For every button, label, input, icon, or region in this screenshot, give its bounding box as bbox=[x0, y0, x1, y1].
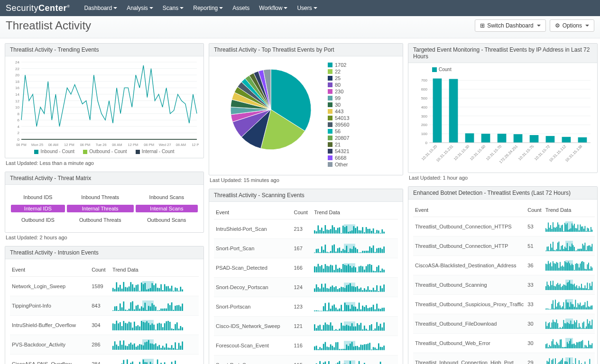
svg-rect-148 bbox=[160, 324, 162, 330]
table-row[interactable]: CiscoASA-Blacklisted_Destination_Address… bbox=[413, 256, 595, 275]
svg-text:20: 20 bbox=[15, 73, 19, 77]
pie-legend-item[interactable]: 25 bbox=[328, 75, 350, 81]
table-row[interactable]: Threatlist_Outbound_Connection_HTTP51 bbox=[413, 237, 595, 256]
svg-rect-260 bbox=[342, 226, 344, 234]
svg-text:10.31.15.70: 10.31.15.70 bbox=[485, 144, 503, 162]
pie-legend-item[interactable]: 99 bbox=[328, 95, 350, 101]
table-row[interactable]: Threatlist_Outbound_Suspicious_Proxy_Tra… bbox=[413, 295, 595, 314]
svg-text:Mon 25: Mon 25 bbox=[31, 143, 43, 147]
matrix-cell[interactable]: Internal Scans bbox=[135, 203, 199, 214]
table-row[interactable]: IntruShield-Buffer_Overflow304 bbox=[10, 316, 199, 335]
event-name: IntruShield-Buffer_Overflow bbox=[10, 316, 90, 335]
svg-rect-749 bbox=[565, 248, 566, 252]
event-count: 123 bbox=[292, 297, 312, 317]
matrix-cell[interactable]: Outbound Threats bbox=[66, 214, 135, 226]
pie-legend-item[interactable]: 22 bbox=[328, 69, 350, 74]
table-row[interactable]: Threatlist_Outbound_Web_Error30 bbox=[413, 334, 595, 353]
ip-bar-chart[interactable]: 010020030040050060070010.31.15.2010.31.1… bbox=[413, 74, 592, 169]
trending-chart[interactable]: 02468101214161820222406 PMMon 2506 AM12 … bbox=[10, 60, 199, 148]
pie-legend-item[interactable]: 21 bbox=[328, 142, 350, 147]
table-row[interactable]: Snort-Decoy_Portscan124 bbox=[214, 278, 398, 297]
svg-rect-842 bbox=[579, 286, 580, 291]
svg-rect-737 bbox=[551, 248, 552, 252]
svg-rect-107 bbox=[160, 309, 162, 311]
matrix-cell[interactable]: Inbound IDS bbox=[10, 191, 66, 203]
table-row[interactable]: Threatlist_Inbound_Connection_High_Port2… bbox=[413, 353, 595, 364]
svg-text:0: 0 bbox=[425, 141, 428, 145]
svg-rect-791 bbox=[567, 263, 568, 271]
pie-legend-item[interactable]: 54013 bbox=[328, 115, 350, 121]
nav-scans[interactable]: Scans bbox=[163, 5, 184, 11]
table-row[interactable]: Network_Login_Sweep1589 bbox=[10, 277, 199, 296]
table-row[interactable]: CiscoASA-DNS_Overflow284 bbox=[10, 355, 199, 364]
nav-users[interactable]: Users bbox=[297, 5, 317, 11]
svg-rect-122 bbox=[114, 324, 116, 330]
svg-rect-292 bbox=[326, 252, 328, 253]
table-row[interactable]: IntruShield-Port_Scan213 bbox=[214, 219, 398, 239]
pie-legend-item[interactable]: 56 bbox=[328, 128, 350, 134]
pie-legend-item[interactable]: 30 bbox=[328, 102, 350, 108]
intrusion-events-table[interactable]: EventCountTrend DataNetwork_Login_Sweep1… bbox=[10, 263, 199, 364]
svg-rect-372 bbox=[323, 287, 324, 291]
nav-workflow[interactable]: Workflow bbox=[259, 5, 287, 11]
matrix-cell[interactable]: Internal Threats bbox=[66, 203, 135, 214]
matrix-cell[interactable]: Outbound IDS bbox=[10, 214, 66, 226]
table-row[interactable]: Threatlist_Outbound_Connection_HTTPS53 bbox=[413, 217, 595, 237]
svg-rect-308 bbox=[355, 248, 356, 253]
scanning-events-table[interactable]: EventCountTrend DataIntruShield-Port_Sca… bbox=[214, 206, 398, 364]
table-row[interactable]: Cisco-IDS_Network_Sweep121 bbox=[214, 317, 398, 336]
table-row[interactable]: Snort-Port_Scan167 bbox=[214, 239, 398, 258]
pie-chart[interactable] bbox=[214, 62, 318, 157]
svg-rect-843 bbox=[580, 288, 581, 290]
table-row[interactable]: Snort-Port_Sweep115 bbox=[214, 355, 398, 364]
pie-legend-item[interactable]: 39560 bbox=[328, 122, 350, 127]
matrix-cell[interactable]: Inbound Threats bbox=[66, 191, 135, 203]
table-row[interactable]: TippingPoint-Info843 bbox=[10, 296, 199, 316]
svg-rect-986 bbox=[555, 358, 556, 364]
nav-dashboard[interactable]: Dashboard bbox=[84, 5, 117, 11]
nav-assets[interactable]: Assets bbox=[232, 5, 249, 11]
pie-legend-item[interactable]: 230 bbox=[328, 89, 350, 94]
table-row[interactable]: Threatlist_Outbound_FileDownload30 bbox=[413, 314, 595, 334]
table-row[interactable]: Forescout-Scan_Event116 bbox=[214, 336, 398, 355]
table-row[interactable]: PVS-Backdoor_Activity286 bbox=[10, 335, 199, 355]
pie-legend-item[interactable]: Other bbox=[328, 162, 350, 167]
svg-rect-887 bbox=[583, 305, 584, 310]
pie-legend-item[interactable]: 20807 bbox=[328, 135, 350, 141]
svg-rect-196 bbox=[173, 348, 175, 350]
botnet-events-table[interactable]: EventCountTrend DataThreatlist_Outbound_… bbox=[413, 203, 595, 364]
table-row[interactable]: Threatlist_Outbound_Scanning33 bbox=[413, 275, 595, 295]
pie-legend-item[interactable]: 54321 bbox=[328, 148, 350, 154]
svg-rect-970 bbox=[584, 345, 585, 348]
matrix-cell[interactable]: Inbound Scans bbox=[135, 191, 199, 203]
switch-dashboard-button[interactable]: Switch Dashboard bbox=[475, 19, 545, 32]
matrix-cell[interactable]: Outbound Scans bbox=[135, 214, 199, 226]
event-count: 36 bbox=[526, 256, 543, 275]
svg-rect-386 bbox=[348, 285, 349, 292]
options-button[interactable]: Options bbox=[550, 19, 594, 32]
table-row[interactable]: PSAD-Scan_Detected166 bbox=[214, 258, 398, 278]
threat-matrix-table[interactable]: Inbound IDSInbound ThreatsInbound ScansI… bbox=[10, 191, 199, 226]
svg-rect-44 bbox=[121, 289, 123, 291]
pie-legend-item[interactable]: 1702 bbox=[328, 62, 350, 68]
svg-rect-744 bbox=[560, 250, 561, 251]
svg-rect-1015 bbox=[589, 359, 590, 364]
svg-rect-486 bbox=[380, 324, 381, 331]
grid-icon bbox=[480, 22, 485, 29]
svg-rect-740 bbox=[555, 251, 556, 252]
nav-analysis[interactable]: Analysis bbox=[127, 5, 153, 11]
svg-rect-675 bbox=[481, 134, 490, 143]
pie-legend-item[interactable]: 80 bbox=[328, 82, 350, 88]
svg-rect-191 bbox=[164, 347, 166, 350]
matrix-cell[interactable]: Internal IDS bbox=[10, 203, 66, 214]
nav-reporting[interactable]: Reporting bbox=[193, 5, 223, 11]
pie-legend-item[interactable]: 443 bbox=[328, 109, 350, 114]
svg-rect-139 bbox=[145, 323, 146, 331]
pie-legend-item[interactable]: 6668 bbox=[328, 155, 350, 161]
svg-rect-228 bbox=[157, 359, 158, 364]
table-row[interactable]: Snort-Portscan123 bbox=[214, 297, 398, 317]
brand-logo[interactable]: SecurityCenter® bbox=[6, 3, 70, 13]
svg-rect-222 bbox=[146, 362, 148, 364]
svg-rect-775 bbox=[548, 261, 549, 271]
svg-rect-131 bbox=[130, 322, 132, 330]
